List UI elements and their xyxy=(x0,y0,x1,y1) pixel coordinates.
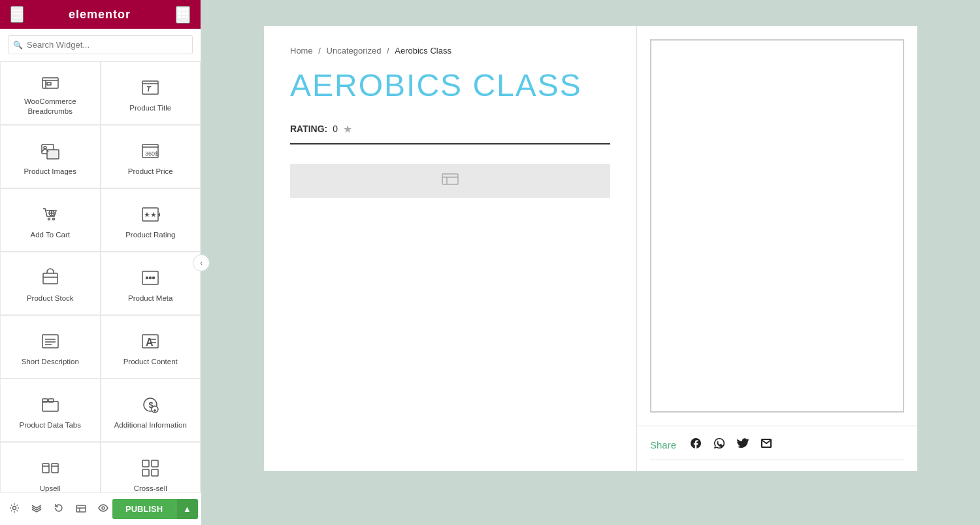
breadcrumb-uncategorized: Uncategorized xyxy=(327,46,382,56)
price-icon: 360$ xyxy=(139,139,162,163)
add-to-cart-placeholder xyxy=(290,164,610,198)
twitter-share-icon[interactable] xyxy=(736,437,749,453)
breadcrumb-sep2: / xyxy=(387,46,389,56)
preview-toolbar-btn[interactable] xyxy=(94,500,112,518)
product-left-column: Home / Uncategorized / Aerobics Class AE… xyxy=(264,26,636,471)
widget-product-images[interactable]: Product Images xyxy=(0,125,101,188)
svg-rect-3 xyxy=(178,12,181,15)
search-input[interactable] xyxy=(8,35,193,54)
widget-additional-information[interactable]: $ Additional Information xyxy=(101,379,201,442)
svg-rect-51 xyxy=(42,464,49,473)
widget-product-content[interactable]: A Product Content xyxy=(101,315,201,379)
svg-rect-58 xyxy=(152,469,158,476)
history-toolbar-btn[interactable] xyxy=(50,500,68,518)
svg-rect-1 xyxy=(182,8,185,11)
meta-icon xyxy=(139,266,162,290)
widget-product-meta[interactable]: Product Meta xyxy=(101,252,201,315)
breadcrumb: Home / Uncategorized / Aerobics Class xyxy=(290,46,610,56)
short-desc-icon xyxy=(39,330,62,353)
svg-rect-35 xyxy=(42,335,58,348)
search-icon: 🔍 xyxy=(13,41,23,50)
svg-rect-44 xyxy=(42,399,48,402)
widget-add-to-cart[interactable]: Add To Cart xyxy=(0,188,101,252)
share-icons xyxy=(689,437,773,453)
widget-label: Product Content xyxy=(123,357,178,367)
share-row: Share xyxy=(650,437,904,460)
widget-label: Product Meta xyxy=(128,294,172,303)
upsell-icon xyxy=(39,456,62,480)
widget-short-description[interactable]: Short Description xyxy=(0,315,101,379)
svg-point-59 xyxy=(13,506,16,509)
widget-label: Product Stock xyxy=(27,294,74,303)
layers-toolbar-btn[interactable] xyxy=(27,500,46,518)
svg-rect-12 xyxy=(47,82,51,85)
widget-label: Product Price xyxy=(128,167,173,177)
publish-arrow-button[interactable]: ▲ xyxy=(176,499,198,519)
widget-product-title[interactable]: T Product Title xyxy=(101,61,201,125)
svg-rect-8 xyxy=(186,16,188,18)
panel-collapse-handle[interactable]: ‹ xyxy=(193,254,210,271)
page-canvas: Home / Uncategorized / Aerobics Class AE… xyxy=(264,26,917,471)
template-toolbar-btn[interactable] xyxy=(72,500,90,518)
widget-product-data-tabs[interactable]: Product Data Tabs xyxy=(0,379,101,442)
svg-rect-4 xyxy=(182,12,185,15)
widget-label: WooCommerce Breadcrumbs xyxy=(6,97,95,116)
svg-rect-6 xyxy=(178,16,181,18)
additional-icon: $ xyxy=(139,393,162,416)
widget-label: Additional Information xyxy=(114,420,187,430)
widget-woocommerce-breadcrumbs[interactable]: WooCommerce Breadcrumbs xyxy=(0,61,101,125)
svg-point-32 xyxy=(146,277,148,279)
svg-point-63 xyxy=(102,507,105,509)
cross-sell-icon xyxy=(139,456,162,480)
svg-rect-64 xyxy=(442,174,458,184)
svg-point-33 xyxy=(150,277,152,279)
widget-label: Product Data Tabs xyxy=(20,420,81,430)
widget-label: Add To Cart xyxy=(30,230,70,240)
svg-rect-52 xyxy=(52,464,58,473)
elementor-logo: elementor xyxy=(69,8,131,22)
svg-text:360$: 360$ xyxy=(145,150,158,157)
widget-label: Product Images xyxy=(24,167,76,177)
email-share-icon[interactable] xyxy=(760,437,773,453)
svg-point-34 xyxy=(153,277,155,279)
product-title: AEROBICS CLASS xyxy=(290,69,610,103)
widget-label: Product Title xyxy=(129,103,171,113)
panel-header: ☰ elementor xyxy=(0,0,201,29)
breadcrumb-sep1: / xyxy=(318,46,321,56)
grid-menu-button[interactable] xyxy=(176,6,190,24)
rating-star-icon: ★ xyxy=(343,123,352,135)
data-tabs-icon xyxy=(39,393,62,416)
svg-point-23 xyxy=(52,218,54,220)
cart-icon xyxy=(39,203,62,226)
svg-rect-29 xyxy=(43,273,57,284)
share-label: Share xyxy=(650,439,676,450)
stock-icon xyxy=(39,266,62,290)
widget-product-rating[interactable]: ★★★ Product Rating xyxy=(101,188,201,252)
svg-rect-45 xyxy=(48,399,54,402)
rating-icon: ★★★ xyxy=(139,203,162,226)
widgets-grid: WooCommerce Breadcrumbs T Product Title xyxy=(0,61,201,525)
whatsapp-share-icon[interactable] xyxy=(713,437,726,453)
widget-product-price[interactable]: 360$ Product Price xyxy=(101,125,201,188)
settings-toolbar-btn[interactable] xyxy=(5,500,24,518)
widget-label: Short Description xyxy=(22,357,79,367)
product-layout: Home / Uncategorized / Aerobics Class AE… xyxy=(264,26,917,471)
svg-text:★★★: ★★★ xyxy=(144,211,160,218)
hamburger-menu[interactable]: ☰ xyxy=(10,6,24,23)
breadcrumb-icon xyxy=(39,73,62,93)
svg-rect-9 xyxy=(42,78,58,88)
widget-product-stock[interactable]: Product Stock xyxy=(0,252,101,315)
bottom-toolbar: PUBLISH ▲ xyxy=(0,492,201,525)
svg-text:T: T xyxy=(146,85,152,93)
publish-button[interactable]: PUBLISH xyxy=(112,499,176,519)
canvas-area: Home / Uncategorized / Aerobics Class AE… xyxy=(201,0,980,525)
widget-label: Product Rating xyxy=(125,230,175,240)
share-section: Share xyxy=(637,426,917,471)
cart-placeholder-icon xyxy=(440,169,460,193)
svg-rect-17 xyxy=(47,150,59,159)
product-image-placeholder xyxy=(650,39,904,413)
facebook-share-icon[interactable] xyxy=(689,437,702,453)
rating-value: 0 xyxy=(333,124,338,134)
product-right-column: Share xyxy=(636,26,917,471)
svg-rect-43 xyxy=(42,401,58,411)
